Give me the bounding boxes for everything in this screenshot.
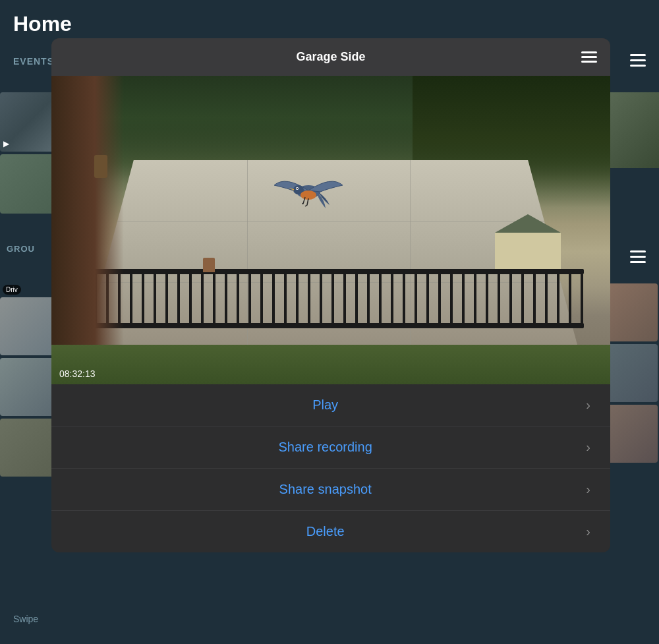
camera-modal: Garage Side bbox=[51, 38, 610, 552]
menu-bar bbox=[581, 61, 597, 63]
share-recording-action[interactable]: Share recording › bbox=[51, 426, 610, 469]
events-tab[interactable]: EVENTS bbox=[13, 56, 54, 67]
timestamp: 08:32:13 bbox=[59, 368, 96, 379]
thumbnail-item[interactable] bbox=[0, 154, 58, 214]
delete-action[interactable]: Delete › bbox=[51, 511, 610, 552]
menu-bar bbox=[630, 54, 646, 56]
modal-menu-button[interactable] bbox=[581, 51, 597, 63]
svg-point-6 bbox=[297, 188, 298, 189]
modal-title: Garage Side bbox=[296, 50, 365, 64]
camera-feed: 08:32:13 bbox=[51, 76, 610, 384]
driveway-thumb[interactable] bbox=[0, 297, 58, 355]
bird-in-flight bbox=[269, 165, 348, 221]
menu-bar bbox=[581, 51, 597, 53]
groups-label: GROU bbox=[7, 244, 35, 254]
driveway-thumb-list bbox=[0, 297, 59, 477]
modal-header: Garage Side bbox=[51, 38, 610, 76]
svg-point-4 bbox=[301, 190, 316, 200]
shed bbox=[495, 214, 561, 269]
header-menu-button[interactable] bbox=[630, 54, 646, 67]
play-label: Play bbox=[71, 397, 579, 413]
play-action[interactable]: Play › bbox=[51, 384, 610, 426]
planter bbox=[203, 258, 215, 272]
menu-bar bbox=[630, 59, 646, 61]
iron-fence bbox=[78, 269, 584, 328]
menu-bar bbox=[630, 256, 646, 258]
svg-rect-1 bbox=[78, 269, 584, 328]
delete-label: Delete bbox=[71, 524, 579, 539]
play-chevron-icon: › bbox=[586, 397, 590, 413]
share-snapshot-chevron-icon: › bbox=[586, 482, 590, 497]
video-icon: ▶ bbox=[3, 139, 9, 148]
left-thumbnail-list: ▶ bbox=[0, 92, 59, 214]
menu-bar bbox=[581, 56, 597, 58]
lantern bbox=[94, 155, 107, 178]
page-title: Home bbox=[13, 12, 72, 36]
share-snapshot-action[interactable]: Share snapshot › bbox=[51, 469, 610, 511]
share-recording-label: Share recording bbox=[71, 440, 579, 455]
share-recording-chevron-icon: › bbox=[586, 440, 590, 455]
driveway-thumb[interactable] bbox=[0, 419, 58, 477]
driveway-label: Driv bbox=[3, 285, 21, 295]
delete-chevron-icon: › bbox=[586, 524, 590, 539]
group-menu-button[interactable] bbox=[630, 250, 646, 263]
swipe-label: Swipe bbox=[13, 614, 38, 624]
grass bbox=[51, 345, 610, 384]
menu-bar bbox=[630, 261, 646, 263]
thumbnail-item[interactable]: ▶ bbox=[0, 92, 58, 152]
driveway-thumb[interactable] bbox=[0, 358, 58, 416]
left-wall bbox=[51, 76, 124, 384]
menu-bar bbox=[630, 65, 646, 67]
menu-bar bbox=[630, 250, 646, 252]
driveway-section: Driv bbox=[0, 282, 59, 477]
action-menu: Play › Share recording › Share snapshot … bbox=[51, 384, 610, 552]
share-snapshot-label: Share snapshot bbox=[71, 482, 579, 497]
